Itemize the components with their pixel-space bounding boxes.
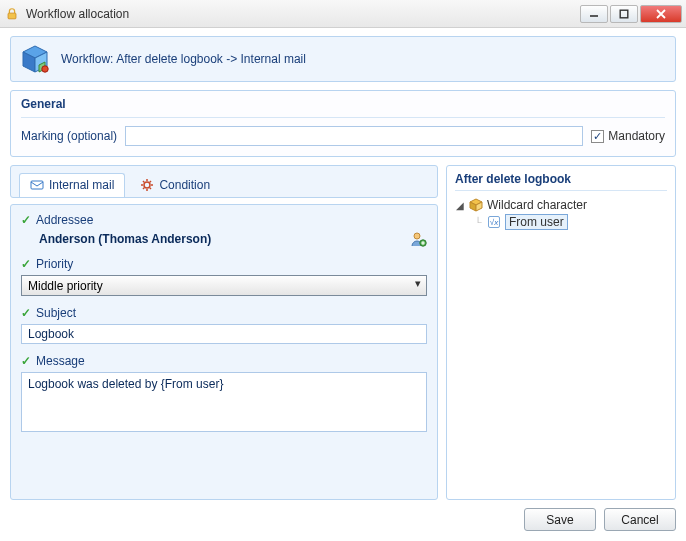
mandatory-label: Mandatory: [608, 129, 665, 143]
subject-field: ✓ Subject: [21, 306, 427, 344]
svg-point-9: [144, 182, 150, 188]
priority-label: Priority: [36, 257, 73, 271]
workflow-header-panel: Workflow: After delete logbook -> Intern…: [10, 36, 676, 82]
checkbox-icon: [591, 130, 604, 143]
window-controls: [578, 5, 682, 23]
check-icon: ✓: [21, 257, 31, 271]
message-textarea[interactable]: Logbook was deleted by {From user}: [21, 372, 427, 432]
form-panel: ✓ Addressee Anderson (Thomas Anderson) ✓…: [10, 204, 438, 500]
check-icon: ✓: [21, 306, 31, 320]
tab-internal-mail[interactable]: Internal mail: [19, 173, 125, 197]
addressee-label: Addressee: [36, 213, 93, 227]
marking-input[interactable]: [125, 126, 583, 146]
addressee-field: ✓ Addressee Anderson (Thomas Anderson): [21, 213, 427, 247]
lock-icon: [4, 6, 20, 22]
mandatory-checkbox[interactable]: Mandatory: [591, 129, 665, 143]
svg-rect-0: [8, 13, 16, 19]
window-title: Workflow allocation: [26, 7, 578, 21]
tab-condition[interactable]: Condition: [129, 173, 221, 197]
tree-title: After delete logbook: [455, 172, 667, 191]
svg-line-15: [150, 188, 151, 189]
close-button[interactable]: [640, 5, 682, 23]
svg-text:√x: √x: [490, 218, 499, 227]
subject-label: Subject: [36, 306, 76, 320]
svg-point-7: [42, 66, 48, 72]
maximize-button[interactable]: [610, 5, 638, 23]
dialog-footer: Save Cancel: [10, 508, 676, 531]
general-panel: General Marking (optional) Mandatory: [10, 90, 676, 157]
tab-label: Internal mail: [49, 178, 114, 192]
message-label: Message: [36, 354, 85, 368]
workflow-cube-icon: [19, 43, 51, 75]
add-user-icon[interactable]: [411, 231, 427, 247]
priority-select[interactable]: Middle priority: [21, 275, 427, 296]
svg-line-16: [143, 188, 144, 189]
priority-field: ✓ Priority Middle priority: [21, 257, 427, 296]
svg-line-14: [143, 181, 144, 182]
workflow-title: Workflow: After delete logbook -> Intern…: [61, 52, 306, 66]
tree-node-child[interactable]: └ √x From user: [455, 213, 667, 231]
wildcard-cube-icon: [469, 198, 483, 212]
tab-bar: Internal mail Condition: [10, 165, 438, 198]
message-field: ✓ Message Logbook was deleted by {From u…: [21, 354, 427, 436]
tree-node-label: From user: [505, 214, 568, 230]
svg-line-17: [150, 181, 151, 182]
svg-rect-8: [31, 181, 43, 189]
svg-rect-2: [620, 10, 628, 18]
svg-point-18: [414, 233, 420, 239]
marking-label: Marking (optional): [21, 129, 117, 143]
general-heading: General: [21, 97, 665, 118]
tab-label: Condition: [159, 178, 210, 192]
tree-expand-icon[interactable]: ◢: [455, 200, 465, 211]
save-button[interactable]: Save: [524, 508, 596, 531]
subject-input[interactable]: [21, 324, 427, 344]
mail-icon: [30, 178, 44, 192]
check-icon: ✓: [21, 213, 31, 227]
tree-leaf-connector: └: [473, 217, 483, 228]
minimize-button[interactable]: [580, 5, 608, 23]
tree-node-label: Wildcard character: [487, 198, 587, 212]
gear-icon: [140, 178, 154, 192]
tree-node-root[interactable]: ◢ Wildcard character: [455, 197, 667, 213]
tree-panel: After delete logbook ◢ Wildcard characte…: [446, 165, 676, 500]
title-bar: Workflow allocation: [0, 0, 686, 28]
cancel-button[interactable]: Cancel: [604, 508, 676, 531]
variable-icon: √x: [487, 215, 501, 229]
check-icon: ✓: [21, 354, 31, 368]
addressee-value: Anderson (Thomas Anderson): [21, 232, 411, 246]
